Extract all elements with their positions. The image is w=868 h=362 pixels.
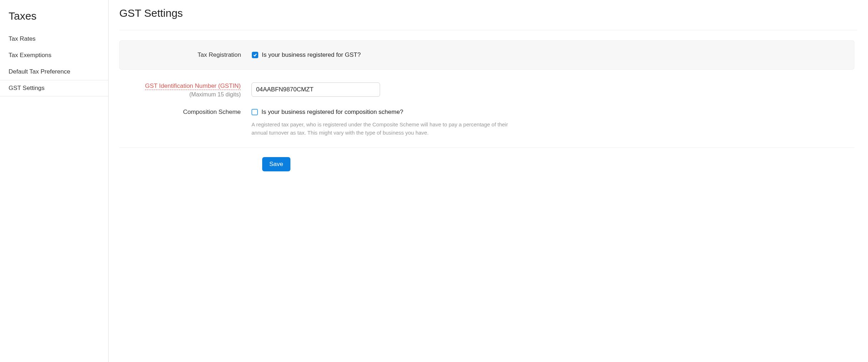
tax-registration-panel: Tax Registration Is your business regist… bbox=[119, 40, 854, 70]
save-button[interactable]: Save bbox=[262, 157, 290, 171]
sidebar-item-tax-exemptions[interactable]: Tax Exemptions bbox=[0, 47, 108, 64]
composition-checkbox[interactable] bbox=[251, 109, 258, 115]
tax-registration-checkbox-label[interactable]: Is your business registered for GST? bbox=[262, 51, 361, 59]
sidebar: Taxes Tax Rates Tax Exemptions Default T… bbox=[0, 0, 109, 362]
page-title: GST Settings bbox=[119, 7, 857, 30]
sidebar-item-tax-rates[interactable]: Tax Rates bbox=[0, 31, 108, 47]
sidebar-nav: Tax Rates Tax Exemptions Default Tax Pre… bbox=[0, 31, 108, 96]
sidebar-title: Taxes bbox=[0, 6, 108, 31]
check-icon bbox=[253, 53, 257, 57]
divider bbox=[119, 147, 854, 148]
composition-checkbox-label[interactable]: Is your business registered for composit… bbox=[261, 109, 403, 116]
gstin-sublabel: (Maximum 15 digits) bbox=[189, 91, 241, 98]
gstin-label: GST Identification Number (GSTIN) bbox=[145, 82, 241, 90]
composition-help-text: A registered tax payer, who is registere… bbox=[251, 121, 523, 137]
gstin-row: GST Identification Number (GSTIN) (Maxim… bbox=[119, 82, 854, 98]
sidebar-item-default-tax-preference[interactable]: Default Tax Preference bbox=[0, 64, 108, 80]
composition-row: Composition Scheme Is your business regi… bbox=[119, 109, 854, 137]
tax-registration-checkbox[interactable] bbox=[252, 52, 258, 58]
form-content: Tax Registration Is your business regist… bbox=[119, 30, 857, 171]
tax-registration-label: Tax Registration bbox=[120, 51, 252, 59]
button-row: Save bbox=[119, 157, 854, 171]
main-content: GST Settings Tax Registration Is your bu… bbox=[109, 0, 868, 362]
gstin-input[interactable] bbox=[251, 82, 380, 97]
sidebar-item-gst-settings[interactable]: GST Settings bbox=[0, 80, 108, 96]
composition-label: Composition Scheme bbox=[119, 109, 251, 116]
